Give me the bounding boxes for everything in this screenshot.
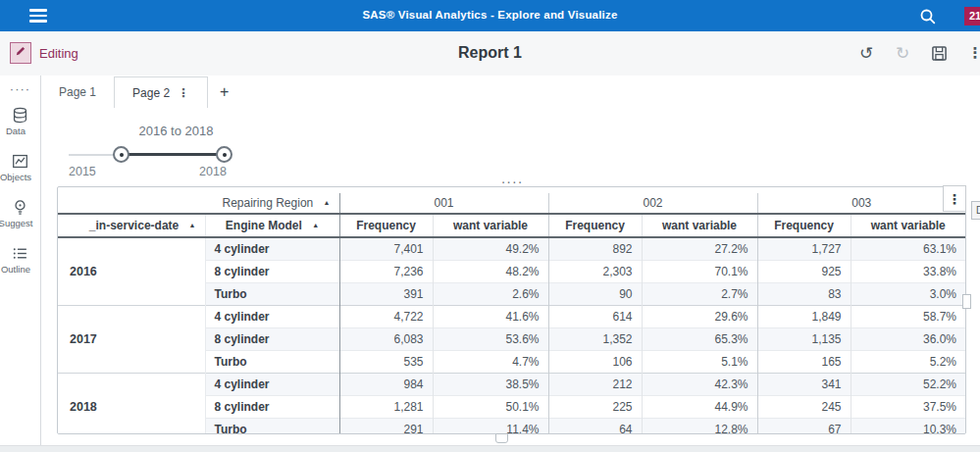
frequency-cell[interactable]: 984 bbox=[339, 373, 433, 395]
frequency-cell[interactable]: 83 bbox=[757, 282, 851, 305]
want-variable-cell[interactable]: 2.6% bbox=[433, 282, 548, 305]
frequency-cell[interactable]: 7,236 bbox=[339, 260, 433, 282]
engine-model-cell[interactable]: Turbo bbox=[205, 282, 339, 305]
measure-header-frequency[interactable]: Frequency bbox=[757, 214, 851, 237]
want-variable-cell[interactable]: 42.3% bbox=[642, 373, 757, 395]
want-variable-cell[interactable]: 4.7% bbox=[433, 350, 548, 373]
year-cell[interactable]: 2018 bbox=[58, 373, 205, 434]
year-cell[interactable]: 2016 bbox=[58, 237, 205, 305]
save-icon[interactable] bbox=[928, 42, 950, 64]
frequency-cell[interactable]: 67 bbox=[757, 418, 851, 434]
notification-badge[interactable]: 21 bbox=[964, 7, 980, 25]
object-drag-handle-icon[interactable]: ···· bbox=[492, 176, 532, 186]
add-page-button[interactable]: + bbox=[208, 75, 240, 108]
tab-page-1[interactable]: Page 1 bbox=[41, 75, 114, 108]
slider-selected-range[interactable] bbox=[121, 153, 224, 156]
search-icon[interactable] bbox=[918, 7, 938, 26]
engine-model-cell[interactable]: 8 cylinder bbox=[205, 395, 339, 418]
want-variable-cell[interactable]: 2.7% bbox=[642, 282, 757, 305]
want-variable-cell[interactable]: 10.3% bbox=[851, 418, 965, 434]
want-variable-cell[interactable]: 37.5% bbox=[851, 395, 965, 418]
want-variable-cell[interactable]: 36.0% bbox=[851, 327, 965, 350]
engine-model-cell[interactable]: 8 cylinder bbox=[205, 260, 339, 282]
frequency-cell[interactable]: 291 bbox=[339, 418, 433, 434]
engine-model-cell[interactable]: 4 cylinder bbox=[205, 373, 339, 395]
want-variable-cell[interactable]: 41.6% bbox=[433, 305, 548, 327]
frequency-cell[interactable]: 1,135 bbox=[757, 327, 851, 350]
want-variable-cell[interactable]: 53.6% bbox=[433, 327, 548, 350]
frequency-cell[interactable]: 212 bbox=[548, 373, 642, 395]
object-menu-icon[interactable]: ⋮ bbox=[943, 185, 966, 212]
want-variable-cell[interactable]: 29.6% bbox=[642, 305, 757, 327]
frequency-cell[interactable]: 614 bbox=[548, 305, 642, 327]
object-resize-handle-right[interactable] bbox=[962, 294, 971, 309]
want-variable-cell[interactable]: 63.1% bbox=[851, 237, 965, 260]
more-options-icon[interactable]: ⋮ bbox=[964, 42, 980, 64]
measure-header-want-variable[interactable]: want variable bbox=[433, 214, 548, 237]
object-resize-handle-bottom[interactable] bbox=[495, 433, 508, 443]
frequency-cell[interactable]: 6,083 bbox=[339, 327, 433, 350]
measure-header-frequency[interactable]: Frequency bbox=[339, 214, 433, 237]
measure-header-want-variable[interactable]: want variable bbox=[642, 214, 757, 237]
want-variable-cell[interactable]: 38.5% bbox=[433, 373, 548, 395]
want-variable-cell[interactable]: 52.2% bbox=[851, 373, 965, 395]
want-variable-cell[interactable]: 49.2% bbox=[433, 237, 548, 260]
frequency-cell[interactable]: 7,401 bbox=[339, 237, 433, 260]
sidebar-item-suggest[interactable]: Suggest bbox=[0, 199, 40, 228]
frequency-cell[interactable]: 1,281 bbox=[339, 395, 433, 418]
frequency-cell[interactable]: 245 bbox=[757, 395, 851, 418]
frequency-cell[interactable]: 925 bbox=[757, 260, 851, 282]
measure-header-frequency[interactable]: Frequency bbox=[548, 214, 642, 237]
frequency-cell[interactable]: 1,352 bbox=[548, 327, 642, 350]
frequency-cell[interactable]: 535 bbox=[339, 350, 433, 373]
want-variable-cell[interactable]: 27.2% bbox=[642, 237, 757, 260]
region-header[interactable]: 003 bbox=[757, 193, 965, 214]
slider-handle-right[interactable] bbox=[216, 146, 232, 163]
region-header[interactable]: 002 bbox=[548, 193, 757, 214]
want-variable-cell[interactable]: 11.4% bbox=[433, 418, 548, 434]
want-variable-cell[interactable]: 70.1% bbox=[642, 260, 757, 282]
sidebar-item-data[interactable]: Data bbox=[0, 107, 40, 136]
row-dimension-header-date[interactable]: _in-service-date ▲ bbox=[58, 214, 205, 237]
year-cell[interactable]: 2017 bbox=[58, 305, 205, 373]
sidebar-item-objects[interactable]: Objects bbox=[0, 153, 40, 182]
frequency-cell[interactable]: 1,727 bbox=[757, 237, 851, 260]
crosstab-object[interactable]: Repairing Region ▲001002003_in-service-d… bbox=[57, 186, 966, 434]
frequency-cell[interactable]: 90 bbox=[548, 282, 642, 305]
sidebar-item-outline[interactable]: Outline bbox=[0, 245, 40, 275]
want-variable-cell[interactable]: 48.2% bbox=[433, 260, 548, 282]
row-dimension-header-engine[interactable]: Engine Model ▲ bbox=[205, 214, 339, 237]
want-variable-cell[interactable]: 5.1% bbox=[642, 350, 757, 373]
tab-page-2[interactable]: Page 2⋮ bbox=[114, 76, 208, 108]
want-variable-cell[interactable]: 58.7% bbox=[851, 305, 965, 327]
frequency-cell[interactable]: 2,303 bbox=[548, 260, 642, 282]
frequency-cell[interactable]: 64 bbox=[548, 418, 642, 434]
frequency-cell[interactable]: 106 bbox=[548, 350, 642, 373]
engine-model-cell[interactable]: 8 cylinder bbox=[205, 327, 339, 350]
engine-model-cell[interactable]: 4 cylinder bbox=[205, 305, 339, 327]
want-variable-cell[interactable]: 65.3% bbox=[642, 327, 757, 350]
tab-menu-icon[interactable]: ⋮ bbox=[178, 86, 189, 100]
want-variable-cell[interactable]: 12.8% bbox=[642, 418, 757, 434]
right-panel-tab[interactable]: D bbox=[971, 201, 980, 220]
want-variable-cell[interactable]: 5.2% bbox=[851, 350, 965, 373]
frequency-cell[interactable]: 165 bbox=[757, 350, 851, 373]
slider-handle-left[interactable] bbox=[113, 146, 129, 163]
frequency-cell[interactable]: 391 bbox=[339, 282, 433, 305]
frequency-cell[interactable]: 4,722 bbox=[339, 305, 433, 327]
frequency-cell[interactable]: 892 bbox=[548, 237, 642, 260]
frequency-cell[interactable]: 225 bbox=[548, 395, 642, 418]
region-header[interactable]: 001 bbox=[339, 193, 548, 214]
redo-icon[interactable]: ↻ bbox=[892, 42, 913, 64]
engine-model-cell[interactable]: Turbo bbox=[205, 350, 339, 373]
engine-model-cell[interactable]: Turbo bbox=[205, 418, 339, 434]
measure-header-want-variable[interactable]: want variable bbox=[851, 214, 965, 237]
frequency-cell[interactable]: 1,849 bbox=[757, 305, 851, 327]
column-dimension-header[interactable]: Repairing Region ▲ bbox=[205, 193, 339, 214]
sidebar-overflow-icon[interactable]: ···· bbox=[0, 85, 40, 93]
frequency-cell[interactable]: 341 bbox=[757, 373, 851, 395]
engine-model-cell[interactable]: 4 cylinder bbox=[205, 237, 339, 260]
want-variable-cell[interactable]: 33.8% bbox=[851, 260, 965, 282]
want-variable-cell[interactable]: 50.1% bbox=[433, 395, 548, 418]
undo-icon[interactable]: ↺ bbox=[855, 42, 877, 64]
